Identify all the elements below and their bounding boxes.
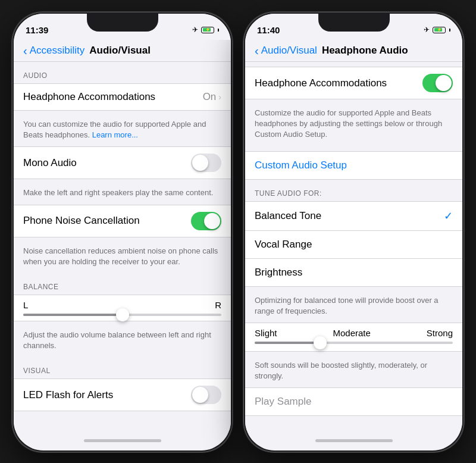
headphone-accom-item[interactable]: Headphone Accommodations On › — [14, 84, 231, 110]
led-flash-group: LED Flash for Alerts — [14, 378, 231, 411]
status-bar-2: 11:40 ✈ ⚡ — [245, 14, 462, 40]
back-chevron-2: ‹ — [255, 45, 259, 57]
home-bar-1 — [84, 439, 161, 442]
screen-content-2: Headphone Accommodations Customize the a… — [245, 62, 462, 430]
brightness-option[interactable]: Brightness — [245, 259, 462, 286]
balance-right-label: R — [215, 300, 221, 310]
phone-2: 11:40 ✈ ⚡ ‹ Audio/Visual Headphone Audio — [243, 12, 464, 452]
boost-slider-container: Slight Moderate Strong — [245, 323, 462, 351]
tune-options-group: Balanced Tone ✓ Vocal Range Brightness — [245, 201, 462, 287]
boost-moderate-label: Moderate — [333, 328, 370, 338]
home-bar-2 — [315, 439, 393, 442]
balance-left-label: L — [23, 300, 28, 310]
headphone-desc: You can customize the audio for supporte… — [14, 115, 231, 146]
back-chevron-1: ‹ — [23, 45, 27, 57]
phone-1: 11:39 ✈ ⚡ ‹ Accessibility Audio/Visual A… — [12, 12, 233, 452]
headphone-accom-toggle-label: Headphone Accommodations — [255, 77, 387, 89]
noise-cancel-item: Phone Noise Cancellation — [14, 205, 231, 237]
vocal-range-option[interactable]: Vocal Range — [245, 231, 462, 259]
page-title-1: Audio/Visual — [89, 45, 151, 57]
boost-thumb[interactable] — [314, 336, 327, 349]
apply-section-header: APPLY WITH: — [245, 421, 462, 430]
balance-group: L R — [14, 295, 231, 321]
vocal-range-label: Vocal Range — [255, 239, 312, 251]
mono-audio-thumb — [192, 155, 208, 171]
back-button-1[interactable]: ‹ Accessibility — [23, 45, 84, 57]
boost-strong-label: Strong — [427, 328, 453, 338]
mono-audio-item: Mono Audio — [14, 147, 231, 179]
boost-fill — [255, 342, 320, 344]
back-button-2[interactable]: ‹ Audio/Visual — [255, 45, 317, 57]
boost-slight-label: Slight — [255, 328, 277, 338]
balance-thumb[interactable] — [116, 308, 129, 321]
battery-1: ⚡ — [201, 27, 214, 33]
headphone-accom-toggle-thumb — [436, 75, 452, 91]
battery-tip-2 — [449, 29, 450, 32]
mono-audio-label: Mono Audio — [23, 157, 77, 169]
led-flash-toggle[interactable] — [191, 386, 221, 404]
balanced-tone-label: Balanced Tone — [255, 210, 321, 222]
home-indicator-1 — [14, 430, 231, 451]
mono-audio-group: Mono Audio — [14, 146, 231, 179]
boost-desc: Soft sounds will be boosted slightly, mo… — [245, 356, 462, 387]
status-icons-1: ✈ ⚡ — [192, 26, 219, 34]
boost-slider-group: Slight Moderate Strong — [245, 323, 462, 352]
chevron-right-1: › — [218, 92, 221, 102]
status-time-2: 11:40 — [257, 25, 280, 35]
learn-more-link[interactable]: Learn more... — [92, 130, 138, 139]
headphone-accom-group: Headphone Accommodations On › — [14, 83, 231, 111]
page-title-2: Headphone Audio — [322, 45, 408, 57]
balance-slider-container: L R — [14, 295, 231, 321]
headphone-accom-on: On — [203, 91, 217, 103]
balanced-tone-check: ✓ — [444, 209, 453, 223]
status-bar-1: 11:39 ✈ ⚡ — [14, 14, 231, 40]
status-time-1: 11:39 — [26, 25, 48, 35]
battery-bolt-2: ⚡ — [437, 27, 442, 32]
led-flash-item: LED Flash for Alerts — [14, 379, 231, 411]
status-icons-2: ✈ ⚡ — [424, 26, 450, 34]
noise-cancel-toggle[interactable] — [191, 212, 221, 230]
headphone-accom-toggle-item: Headphone Accommodations — [245, 67, 462, 99]
balance-track[interactable] — [23, 314, 221, 316]
balance-fill — [23, 314, 123, 316]
mono-audio-desc: Make the left and right speakers play th… — [14, 184, 231, 204]
headphone-accom-main-toggle[interactable] — [422, 74, 453, 92]
mono-audio-toggle[interactable] — [191, 154, 221, 172]
visual-section-header: VISUAL — [14, 357, 231, 378]
back-label-1: Accessibility — [30, 45, 85, 57]
headphone-accom-toggle-group: Headphone Accommodations — [245, 67, 462, 99]
audio-section-header: AUDIO — [14, 62, 231, 83]
tune-section-header: TUNE AUDIO FOR: — [245, 180, 462, 201]
custom-audio-setup-link[interactable]: Custom Audio Setup — [245, 151, 462, 180]
boost-track[interactable] — [255, 342, 453, 344]
headphone-accom-value: On › — [203, 91, 221, 103]
notch-2 — [318, 14, 390, 32]
balance-desc: Adjust the audio volume balance between … — [14, 326, 231, 357]
play-sample-item[interactable]: Play Sample — [245, 387, 462, 416]
back-label-2: Audio/Visual — [261, 45, 317, 57]
nav-header-1: ‹ Accessibility Audio/Visual — [14, 40, 231, 62]
balance-section-header: BALANCE — [14, 273, 231, 295]
led-flash-thumb — [192, 387, 208, 403]
plane-icon-2: ✈ — [424, 26, 430, 34]
led-flash-label: LED Flash for Alerts — [23, 389, 113, 401]
noise-cancel-label: Phone Noise Cancellation — [23, 215, 140, 227]
headphone-accom-label: Headphone Accommodations — [23, 91, 155, 103]
nav-header-2: ‹ Audio/Visual Headphone Audio — [245, 40, 462, 62]
noise-cancel-group: Phone Noise Cancellation — [14, 205, 231, 237]
battery-2: ⚡ — [433, 27, 446, 33]
battery-tip-1 — [218, 29, 219, 32]
noise-cancel-thumb — [204, 213, 220, 229]
headphone-accom-desc2: Customize the audio for supported Apple … — [245, 104, 462, 146]
boost-labels: Slight Moderate Strong — [255, 328, 453, 338]
notch-1 — [87, 14, 158, 32]
brightness-label: Brightness — [255, 267, 302, 279]
balanced-tone-option[interactable]: Balanced Tone ✓ — [245, 202, 462, 231]
noise-cancel-desc: Noise cancellation reduces ambient noise… — [14, 242, 231, 273]
plane-icon-1: ✈ — [192, 26, 198, 34]
home-indicator-2 — [245, 430, 462, 451]
screen-content-1: AUDIO Headphone Accommodations On › You … — [14, 62, 231, 430]
tune-desc: Optimizing for balanced tone will provid… — [245, 292, 462, 323]
battery-bolt-1: ⚡ — [205, 27, 211, 32]
